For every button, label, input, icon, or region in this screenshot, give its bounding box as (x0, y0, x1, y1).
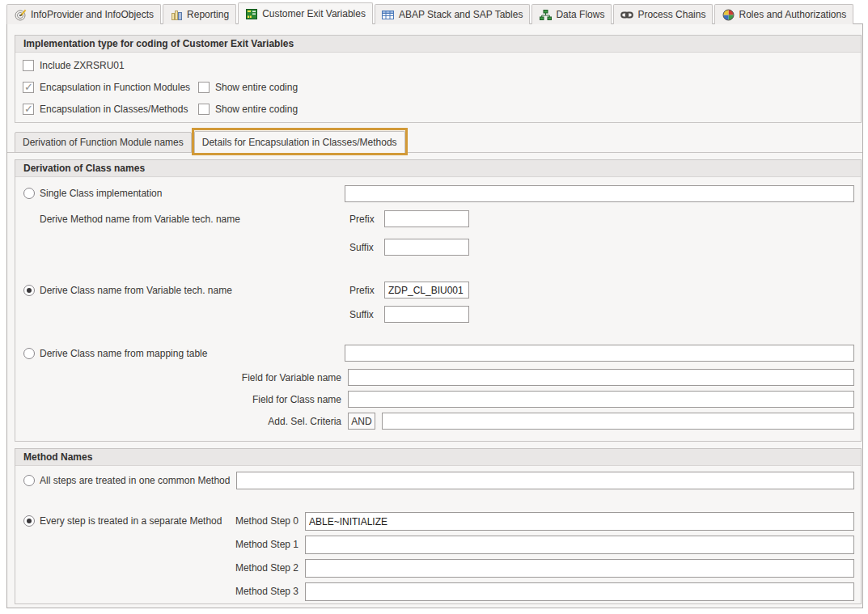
tab-abap-stack-and-sap-tables[interactable]: ABAP Stack and SAP Tables (375, 4, 530, 24)
tab-roles-and-authorizations[interactable]: Roles and Authorizations (714, 4, 853, 24)
field-for-class-name-label: Field for Class name (40, 394, 341, 406)
derivation-of-class-names-group: Derivation of Class names Single Class i… (15, 159, 862, 442)
method-step-0-input[interactable] (305, 512, 854, 531)
group-title: Derivation of Class names (15, 160, 861, 177)
class-suffix-label: Suffix (349, 309, 374, 321)
subtab-label: Details for Encapsulation in Classes/Met… (202, 137, 397, 148)
encapsulation-function-modules-checkbox[interactable] (23, 82, 34, 93)
roles-pie-icon (722, 9, 735, 21)
method-step-2-label: Method Step 2 (222, 562, 299, 574)
every-step-separate-method-radio[interactable] (23, 515, 35, 527)
every-step-separate-method-label: Every step is treated in a separate Meth… (40, 515, 222, 527)
include-zxrsru01-checkbox[interactable] (23, 60, 34, 71)
field-for-variable-name-input[interactable] (348, 369, 854, 386)
show-entire-coding-cm-checkbox[interactable] (198, 104, 210, 115)
derive-class-from-variable-label: Derive Class name from Variable tech. na… (40, 285, 232, 297)
tab-label: ABAP Stack and SAP Tables (399, 9, 523, 20)
tab-label: InfoProvider and InfoObjects (31, 9, 154, 20)
tab-label: Customer Exit Variables (262, 8, 366, 19)
method-step-1-input[interactable] (305, 536, 854, 554)
main-tabbar: InfoProvider and InfoObjects Reporting C… (6, 2, 853, 24)
table-icon (382, 9, 395, 21)
method-step-2-input[interactable] (305, 559, 854, 578)
field-for-variable-name-label: Field for Variable name (40, 372, 341, 384)
tab-data-flows[interactable]: Data Flows (531, 4, 612, 24)
encapsulation-function-modules-label: Encapsulation in Function Modules (40, 82, 190, 94)
tab-label: Roles and Authorizations (739, 9, 846, 20)
method-step-1-label: Method Step 1 (222, 539, 299, 551)
all-steps-common-method-radio[interactable] (23, 475, 35, 486)
method-suffix-input[interactable] (384, 239, 469, 256)
all-steps-common-method-label: All steps are treated in one common Meth… (40, 475, 230, 487)
class-prefix-input[interactable] (384, 282, 469, 299)
method-suffix-label: Suffix (349, 242, 374, 254)
derive-class-from-variable-radio[interactable] (23, 285, 35, 296)
tab-customer-exit-variables[interactable]: Customer Exit Variables (238, 2, 373, 24)
implementation-type-group: Implementation type for coding of Custom… (15, 35, 862, 123)
class-prefix-label: Prefix (349, 285, 375, 297)
tab-label: Data Flows (556, 9, 604, 20)
add-sel-criteria-label: Add. Sel. Criteria (40, 416, 341, 428)
single-class-implementation-label: Single Class implementation (40, 188, 162, 200)
subtab-label: Derivation of Function Module names (23, 137, 184, 148)
derive-class-from-mapping-table-label: Derive Class name from mapping table (40, 348, 207, 360)
common-method-name-input[interactable] (236, 472, 854, 489)
tab-process-chains[interactable]: Process Chains (613, 4, 713, 24)
derive-method-name-label: Derive Method name from Variable tech. n… (40, 214, 240, 226)
field-for-class-name-input[interactable] (348, 391, 854, 408)
report-chart-icon (170, 9, 183, 21)
encapsulation-classes-methods-label: Encapsulation in Classes/Methods (40, 104, 188, 116)
show-entire-coding-fm-label: Show entire coding (215, 82, 298, 94)
show-entire-coding-cm-label: Show entire coding (215, 104, 298, 116)
group-title: Implementation type for coding of Custom… (15, 36, 861, 53)
encapsulation-classes-methods-checkbox[interactable] (23, 104, 34, 115)
single-class-name-input[interactable] (345, 185, 854, 202)
add-sel-operator-box[interactable]: AND (348, 413, 375, 430)
class-suffix-input[interactable] (384, 306, 469, 323)
tab-label: Process Chains (637, 9, 705, 20)
variables-icon (245, 8, 258, 20)
show-entire-coding-fm-checkbox[interactable] (198, 82, 210, 93)
derive-class-from-mapping-table-radio[interactable] (23, 348, 35, 359)
method-step-3-label: Method Step 3 (222, 586, 299, 598)
application-window: InfoProvider and InfoObjects Reporting C… (0, 0, 868, 614)
tab-infoprovider-and-infoobjects[interactable]: InfoProvider and InfoObjects (6, 4, 161, 24)
dataflow-tree-icon (539, 9, 552, 21)
method-step-0-label: Method Step 0 (222, 515, 299, 527)
method-step-3-input[interactable] (305, 582, 854, 601)
tab-reporting[interactable]: Reporting (163, 4, 236, 24)
method-prefix-input[interactable] (384, 210, 469, 227)
method-prefix-label: Prefix (349, 214, 375, 226)
add-sel-criteria-input[interactable] (382, 413, 854, 430)
include-zxrsru01-label: Include ZXRSRU01 (40, 60, 125, 72)
single-class-implementation-radio[interactable] (23, 188, 35, 199)
group-title: Method Names (15, 449, 861, 466)
target-icon (14, 9, 27, 21)
chain-links-icon (620, 9, 633, 21)
mapping-table-input[interactable] (345, 345, 854, 362)
subtab-details-for-encapsulation-in-classes-methods[interactable]: Details for Encapsulation in Classes/Met… (194, 131, 405, 153)
tab-label: Reporting (187, 9, 229, 20)
subtab-derivation-of-function-module-names[interactable]: Derivation of Function Module names (15, 132, 192, 153)
customer-exit-variables-panel: Implementation type for coding of Custom… (6, 23, 863, 608)
detail-subtabbar: Derivation of Function Module names Deta… (15, 131, 405, 153)
method-names-group: Method Names All steps are treated in on… (15, 448, 862, 604)
